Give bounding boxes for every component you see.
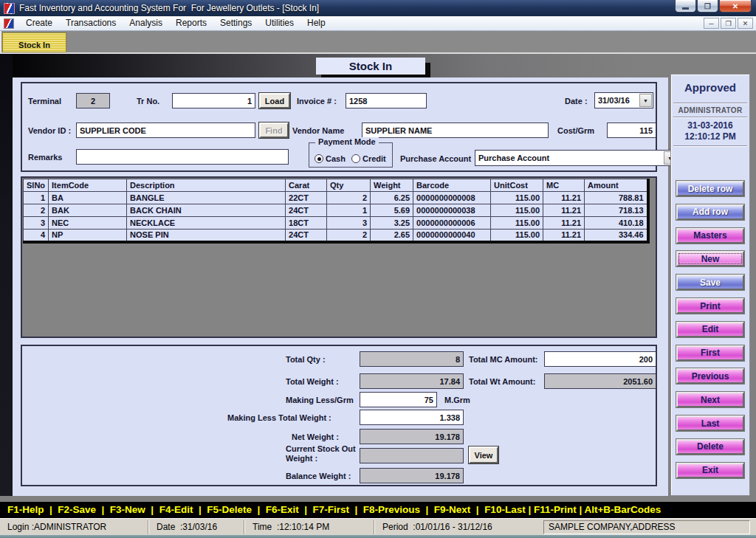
grid-cell[interactable]: 4 (24, 230, 49, 242)
menu-help[interactable]: Help (300, 16, 332, 31)
remarks-input[interactable] (76, 149, 289, 165)
sidebar-button-delete[interactable]: Delete (676, 439, 744, 455)
column-header-weight[interactable]: Weight (371, 179, 413, 192)
view-button[interactable]: View (469, 446, 498, 463)
grid-cell[interactable]: 2 (327, 230, 371, 242)
grid-cell[interactable]: 11.21 (543, 204, 585, 217)
grid-cell[interactable]: 0000000000040 (413, 230, 491, 242)
grid-cell[interactable]: NOSE PIN (127, 230, 286, 242)
cost-grm-input[interactable]: 115 (607, 123, 656, 138)
grid-cell[interactable]: 3 (327, 217, 371, 230)
restore-button[interactable]: ❒ (697, 0, 718, 13)
grid-cell[interactable]: 22CT (286, 192, 327, 204)
menu-utilities[interactable]: Utilities (258, 16, 300, 31)
payment-credit-radio[interactable]: Credit (351, 151, 386, 165)
grid-cell[interactable]: 115.00 (491, 217, 543, 230)
menu-analysis[interactable]: Analysis (123, 16, 169, 31)
balance-weight-label: Balance Weight : (286, 472, 351, 480)
sidebar-button-edit[interactable]: Edit (676, 322, 744, 337)
menu-transactions[interactable]: Transactions (59, 16, 123, 31)
grid-cell[interactable]: NEC (49, 217, 127, 230)
sidebar-button-delete-row[interactable]: Delete row (676, 181, 744, 196)
grid-cell[interactable]: 0000000000038 (413, 204, 491, 217)
grid-cell[interactable]: 115.00 (491, 192, 543, 204)
grid-cell[interactable]: 2 (327, 192, 371, 204)
grid-cell[interactable]: 24CT (286, 204, 327, 217)
sidebar-button-exit[interactable]: Exit (676, 463, 744, 478)
sidebar-button-masters[interactable]: Masters (676, 228, 744, 244)
grid-cell[interactable]: 2.65 (371, 230, 413, 242)
grid-cell[interactable]: 1 (24, 192, 49, 204)
total-mc-input[interactable]: 200 (544, 351, 656, 367)
sidebar-button-next[interactable]: Next (676, 392, 744, 407)
vendor-id-input[interactable]: SUPPLIER CODE (76, 123, 255, 138)
grid-cell[interactable]: 410.18 (585, 217, 648, 230)
sidebar-button-previous[interactable]: Previous (676, 368, 744, 384)
column-header-barcode[interactable]: Barcode (413, 179, 491, 192)
grid-cell[interactable]: 788.81 (585, 192, 648, 204)
grid-cell[interactable]: BA (49, 192, 127, 204)
grid-cell[interactable]: 5.69 (371, 204, 413, 217)
column-header-slno[interactable]: SlNo (24, 179, 49, 192)
invoice-input[interactable]: 1258 (346, 93, 427, 108)
sidebar-button-new[interactable]: New (676, 251, 744, 266)
grid-cell[interactable]: 6.25 (371, 192, 413, 204)
total-qty-label: Total Qty : (286, 355, 326, 364)
menu-items: CreateTransactionsAnalysisReportsSetting… (19, 16, 332, 31)
date-combo[interactable]: 31/03/16 ▼ (594, 92, 653, 108)
mdi-minimize-button[interactable]: ─ (704, 18, 719, 29)
sidebar-button-print[interactable]: Print (676, 298, 744, 314)
column-header-qty[interactable]: Qty (327, 179, 371, 192)
making-less-input[interactable]: 75 (360, 392, 437, 407)
column-header-mc[interactable]: MC (543, 179, 585, 192)
payment-cash-radio[interactable]: Cash (315, 151, 346, 165)
grid-cell[interactable]: 718.13 (585, 204, 648, 217)
purchase-account-combo[interactable]: Purchase Account ▼ (475, 150, 678, 166)
trno-input[interactable]: 1 (172, 93, 255, 108)
payment-mode-group: Payment Mode Cash Credit (309, 142, 393, 168)
grid-cell[interactable]: NECKLACE (127, 217, 286, 230)
grid-cell[interactable]: BACK CHAIN (127, 204, 286, 217)
grid-cell[interactable]: 24CT (286, 230, 327, 242)
grid-cell[interactable]: 1 (327, 204, 371, 217)
sidebar-button-last[interactable]: Last (676, 415, 744, 431)
load-button[interactable]: Load (259, 93, 290, 108)
sidebar-button-add-row[interactable]: Add row (676, 204, 744, 220)
grid-cell[interactable]: 11.21 (543, 230, 585, 242)
grid-cell[interactable]: 115.00 (491, 230, 543, 242)
grid-cell[interactable]: 3.25 (371, 217, 413, 230)
mdi-close-button[interactable]: ✕ (738, 18, 753, 29)
payment-cash-label: Cash (326, 154, 346, 163)
grid-cell[interactable]: 334.46 (585, 230, 648, 242)
find-button[interactable]: Find (259, 123, 289, 138)
close-button[interactable]: ✕ (719, 0, 752, 13)
grid-cell[interactable]: 0000000000008 (413, 192, 491, 204)
column-header-unitcost[interactable]: UnitCost (491, 179, 543, 192)
total-weight-value: 17.84 (360, 373, 464, 389)
sidebar-button-first[interactable]: First (676, 345, 744, 361)
grid-cell[interactable]: 0000000000006 (413, 217, 491, 230)
grid-cell[interactable]: 115.00 (491, 204, 543, 217)
grid-cell[interactable]: 18CT (286, 217, 327, 230)
grid-cell[interactable]: 11.21 (543, 192, 585, 204)
grid-cell[interactable]: BANGLE (127, 192, 286, 204)
menu-reports[interactable]: Reports (169, 16, 213, 31)
making-less-total-input[interactable]: 1.338 (360, 410, 464, 425)
vendor-name-input[interactable]: SUPPLIER NAME (362, 123, 549, 138)
chevron-down-icon[interactable]: ▼ (639, 94, 652, 107)
grid-cell[interactable]: BAK (49, 204, 127, 217)
column-header-amount[interactable]: Amount (585, 179, 648, 192)
tab-stock-in[interactable]: Stock In (2, 32, 66, 52)
menu-create[interactable]: Create (19, 16, 59, 31)
grid-cell[interactable]: 3 (24, 217, 49, 230)
grid-cell[interactable]: 2 (24, 204, 49, 217)
grid-cell[interactable]: NP (49, 230, 127, 242)
column-header-description[interactable]: Description (127, 179, 286, 192)
column-header-carat[interactable]: Carat (286, 179, 327, 192)
mdi-restore-button[interactable]: ❒ (721, 18, 736, 29)
menu-settings[interactable]: Settings (213, 16, 258, 31)
minimize-button[interactable] (675, 0, 696, 13)
sidebar-button-save[interactable]: Save (676, 275, 744, 290)
grid-cell[interactable]: 11.21 (543, 217, 585, 230)
column-header-itemcode[interactable]: ItemCode (49, 179, 127, 192)
